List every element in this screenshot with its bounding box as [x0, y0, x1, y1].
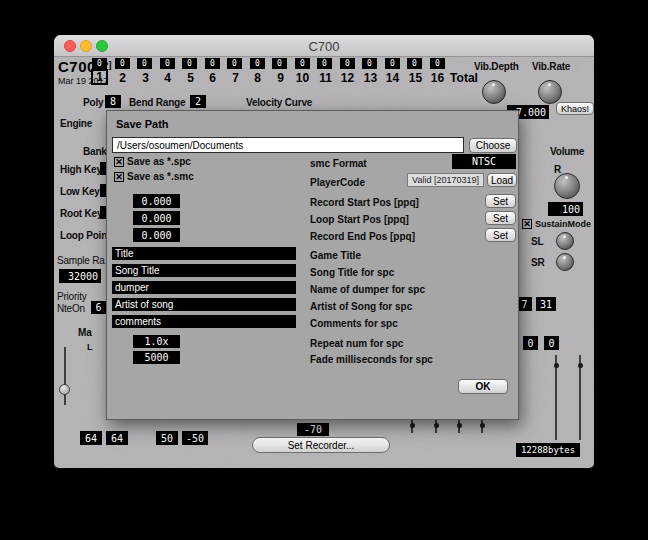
playercode-label: PlayerCode [310, 177, 365, 188]
channel-tab-9[interactable]: 9 [269, 71, 292, 85]
record-end-pos-value[interactable]: 0.000 [133, 228, 180, 242]
set-recorder-button[interactable]: Set Recorder... [252, 437, 390, 453]
desktop: { "window": { "title": "C700", "logo": "… [0, 0, 648, 540]
low-key-label: Low Key [60, 186, 100, 197]
echo-level-value[interactable]: -70 [297, 423, 329, 436]
channel-level-box: 0 [250, 58, 265, 69]
eq-slider-knob-2[interactable] [434, 423, 439, 428]
comments-label: Comments for spc [310, 318, 398, 329]
poly-value[interactable]: 8 [105, 95, 121, 108]
ok-button[interactable]: OK [458, 379, 508, 394]
eq-slider-knob-4[interactable] [480, 423, 485, 428]
volume-knob[interactable] [554, 173, 580, 199]
pan-value-1[interactable]: 64 [80, 431, 102, 445]
vib-depth-knob[interactable] [482, 80, 506, 104]
channel-level-box: 0 [340, 58, 355, 69]
channel-level-box: 0 [92, 58, 107, 69]
channel-tab-5[interactable]: 5 [179, 71, 202, 85]
channel-level-box: 0 [407, 58, 422, 69]
pan-value-4[interactable]: -50 [182, 431, 208, 445]
channel-tab-10[interactable]: 10 [291, 71, 314, 85]
engine-label: Engine [60, 118, 92, 129]
save-smc-label: Save as *.smc [127, 171, 194, 182]
eq-slider-knob-1[interactable] [410, 423, 415, 428]
load-button[interactable]: Load [487, 173, 517, 187]
save-smc-row[interactable]: ✕ Save as *.smc [114, 171, 194, 182]
channel-level-box: 0 [115, 58, 130, 69]
channel-level-box: 0 [137, 58, 152, 69]
pan-value-2[interactable]: 64 [106, 431, 128, 445]
sustain-mode-checkbox[interactable]: ✕ [522, 219, 532, 229]
fade-ms-value[interactable]: 5000 [133, 351, 180, 364]
high-key-label: High Key [60, 164, 102, 175]
pan-value-3[interactable]: 50 [156, 431, 178, 445]
velocity-curve-label: Velocity Curve [246, 97, 312, 108]
channel-tab-3[interactable]: 3 [134, 71, 157, 85]
send-value-1[interactable]: 0 [523, 336, 538, 350]
note-on-value[interactable]: 6 [91, 301, 106, 314]
right-channel-label: R [554, 164, 561, 175]
game-title-input[interactable]: Title [112, 247, 296, 260]
echo-value-1[interactable]: 7 [517, 297, 532, 311]
record-start-set-button[interactable]: Set [485, 194, 516, 208]
memory-usage-box: 12288bytes [516, 443, 580, 457]
channel-tab-total[interactable]: Total [440, 71, 488, 85]
loop-start-pos-value[interactable]: 0.000 [133, 211, 180, 225]
send-value-2[interactable]: 0 [544, 336, 559, 350]
channel-tab-15[interactable]: 15 [404, 71, 427, 85]
sustain-mode-row[interactable]: ✕ SustainMode [522, 219, 591, 229]
record-start-pos-value[interactable]: 0.000 [133, 194, 180, 208]
vib-rate-label: Vib.Rate [532, 61, 570, 72]
channel-tab-7[interactable]: 7 [224, 71, 247, 85]
main-vol-left-slider-track[interactable] [64, 347, 66, 405]
left-channel-label: L [87, 342, 92, 352]
volume-label: Volume [550, 146, 584, 157]
smc-format-select[interactable]: NTSC [452, 154, 516, 169]
main-vol-left-slider-knob[interactable] [59, 384, 70, 395]
titlebar[interactable]: C700 [54, 35, 594, 57]
echo-value-2[interactable]: 31 [536, 297, 556, 311]
sustain-mode-label: SustainMode [535, 219, 591, 229]
loop-start-set-button[interactable]: Set [485, 211, 516, 225]
repeat-num-label: Repeat num for spc [310, 338, 403, 349]
dumper-input[interactable]: dumper [112, 281, 296, 294]
smc-format-label: smc Format [310, 158, 367, 169]
right-slider-knob-2[interactable] [578, 363, 583, 368]
khaos-button[interactable]: Khaos! [556, 102, 594, 115]
channel-tab-11[interactable]: 11 [314, 71, 337, 85]
repeat-num-value[interactable]: 1.0x [133, 335, 180, 348]
channel-tab-4[interactable]: 4 [156, 71, 179, 85]
vib-rate-knob[interactable] [538, 80, 562, 104]
save-path-input[interactable]: /Users/osoumen/Documents [112, 137, 464, 153]
choose-button[interactable]: Choose [469, 138, 517, 153]
playercode-status: Valid [20170319] [407, 173, 484, 187]
channel-tab-8[interactable]: 8 [246, 71, 269, 85]
save-smc-checkbox[interactable]: ✕ [114, 172, 124, 182]
channel-tab-12[interactable]: 12 [336, 71, 359, 85]
record-start-pos-label: Record Start Pos [ppq] [310, 197, 419, 208]
comments-input[interactable]: comments [112, 315, 296, 328]
channel-level-box: 0 [272, 58, 287, 69]
bend-range-value[interactable]: 2 [190, 95, 206, 108]
sr-knob[interactable] [556, 253, 574, 271]
channel-tab-1-selected[interactable]: 1 [91, 69, 108, 85]
right-slider-knob-1[interactable] [554, 363, 559, 368]
dumper-label: Name of dumper for spc [310, 284, 425, 295]
channel-tab-6[interactable]: 6 [201, 71, 224, 85]
channel-level-box: 0 [160, 58, 175, 69]
channel-tab-13[interactable]: 13 [359, 71, 382, 85]
record-end-set-button[interactable]: Set [485, 228, 516, 242]
volume-value[interactable]: 100 [548, 202, 583, 216]
root-key-label: Root Key [60, 208, 102, 219]
sample-rate-value[interactable]: 32000 [59, 269, 101, 283]
artist-input[interactable]: Artist of song [112, 298, 296, 311]
eq-slider-knob-3[interactable] [457, 423, 462, 428]
sl-label: SL [531, 236, 543, 247]
song-title-input[interactable]: Song Title [112, 264, 296, 277]
channel-level-box: 0 [362, 58, 377, 69]
sl-knob[interactable] [556, 232, 574, 250]
channel-tab-14[interactable]: 14 [381, 71, 404, 85]
channel-tab-2[interactable]: 2 [111, 71, 134, 85]
save-spc-checkbox[interactable]: ✕ [114, 157, 124, 167]
save-spc-row[interactable]: ✕ Save as *.spc [114, 156, 191, 167]
